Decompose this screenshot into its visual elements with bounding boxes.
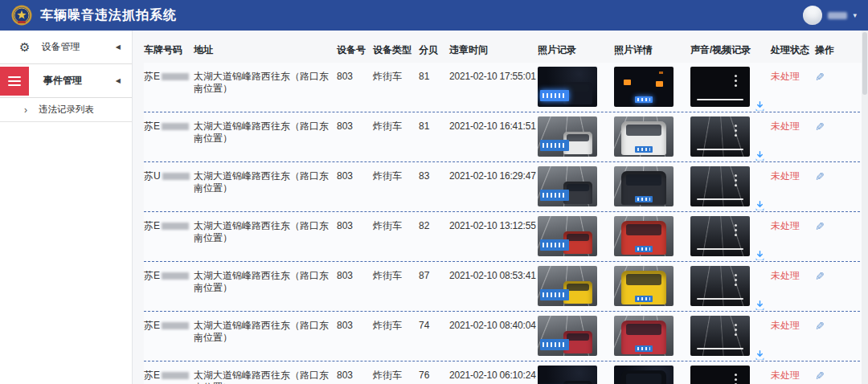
sidebar-item-label: 设备管理 — [41, 40, 80, 54]
video-progress-bar — [697, 198, 743, 201]
user-avatar[interactable] — [803, 6, 822, 25]
audio-video-cell — [690, 362, 771, 384]
violation-time-cell: 2021-02-10 13:12:55 — [449, 212, 538, 232]
photo-detail-cell — [614, 112, 690, 157]
audio-video-cell — [690, 262, 771, 306]
photo-record-thumbnail[interactable] — [538, 116, 597, 157]
violation-time-cell: 2021-02-10 16:41:51 — [449, 112, 538, 133]
plate-cell: 苏E — [144, 63, 194, 83]
col-header-photo-detail: 照片详情 — [614, 43, 690, 57]
photo-detail-cell — [614, 312, 690, 356]
decibel-cell: 87 — [419, 262, 449, 282]
plate-blurred — [162, 73, 189, 80]
sidebar-item-event-management[interactable]: 事件管理 ◀ — [0, 64, 132, 98]
chevron-down-icon[interactable]: ▾ — [853, 11, 857, 19]
license-plate-overlay — [635, 296, 653, 302]
license-plate-overlay — [635, 96, 653, 103]
violation-time-cell: 2021-02-10 16:29:47 — [449, 162, 538, 182]
car-shape — [563, 381, 592, 384]
device-type-cell: 炸街车 — [373, 162, 419, 182]
device-no-cell: 803 — [337, 212, 373, 232]
audio-video-cell — [690, 312, 771, 356]
photo-record-thumbnail[interactable] — [538, 266, 597, 306]
status-text: 未处理 — [771, 112, 815, 133]
download-icon[interactable] — [755, 251, 765, 261]
photo-detail-cell — [614, 63, 690, 107]
plate-blurred — [162, 223, 189, 230]
edit-icon[interactable]: ✎ — [815, 370, 825, 384]
photo-record-thumbnail[interactable] — [538, 366, 597, 384]
download-icon[interactable] — [755, 350, 765, 361]
sidebar-item-device-management[interactable]: ⚙ 设备管理 ◀ — [0, 31, 132, 64]
download-icon[interactable] — [755, 101, 765, 112]
photo-detail-thumbnail[interactable] — [614, 116, 674, 157]
video-thumbnail[interactable] — [690, 166, 750, 206]
video-thumbnail[interactable] — [690, 67, 750, 107]
download-icon[interactable] — [755, 300, 765, 311]
police-badge-logo — [11, 5, 32, 26]
table-row: 苏E 太湖大道锦峰路西往东（路口东南位置） 803 炸街车 76 2021-02… — [144, 362, 868, 384]
license-plate-overlay — [540, 90, 569, 101]
scrollbar-thumb[interactable] — [862, 32, 867, 95]
plate-cell: 苏E — [144, 262, 194, 282]
edit-icon[interactable]: ✎ — [815, 320, 825, 334]
photo-detail-cell — [614, 212, 690, 256]
photo-record-thumbnail[interactable] — [538, 316, 597, 356]
photo-record-thumbnail[interactable] — [538, 166, 597, 206]
edit-icon[interactable]: ✎ — [815, 71, 825, 85]
decibel-cell: 81 — [419, 63, 449, 83]
download-icon[interactable] — [755, 201, 765, 211]
kebab-menu-icon — [735, 374, 737, 376]
photo-detail-thumbnail[interactable] — [614, 67, 674, 107]
video-progress-bar — [697, 149, 743, 151]
vertical-scrollbar[interactable] — [862, 31, 868, 384]
plate-prefix: 苏E — [144, 320, 160, 332]
photo-detail-cell — [614, 162, 690, 206]
video-thumbnail[interactable] — [690, 116, 750, 157]
photo-detail-cell — [614, 362, 690, 384]
caret-left-icon: ◀ — [116, 43, 121, 51]
video-thumbnail[interactable] — [690, 216, 750, 256]
license-plate-overlay — [540, 239, 569, 251]
device-no-cell: 803 — [337, 262, 373, 282]
download-icon[interactable] — [755, 151, 765, 161]
edit-icon[interactable]: ✎ — [815, 170, 825, 185]
video-thumbnail[interactable] — [690, 366, 750, 384]
photo-record-thumbnail[interactable] — [538, 67, 597, 107]
device-type-cell: 炸街车 — [373, 362, 419, 382]
audio-video-cell — [690, 162, 771, 206]
sidebar-item-label: 事件管理 — [43, 74, 82, 88]
photo-detail-thumbnail[interactable] — [614, 366, 674, 384]
main-content: 车牌号码 地址 设备号 设备类型 分贝 违章时间 照片记录 照片详情 声音/视频… — [133, 31, 868, 384]
violation-time-cell: 2021-02-10 06:10:24 — [449, 362, 538, 382]
sidebar: ⚙ 设备管理 ◀ 事件管理 ◀ › 违法记录列表 — [0, 31, 133, 384]
photo-detail-thumbnail[interactable] — [614, 316, 674, 356]
photo-detail-thumbnail[interactable] — [614, 216, 674, 256]
video-thumbnail[interactable] — [690, 266, 750, 306]
edit-icon[interactable]: ✎ — [815, 121, 825, 135]
photo-record-cell — [538, 112, 614, 157]
sidebar-item-violation-record-list[interactable]: › 违法记录列表 — [0, 98, 132, 122]
plate-cell: 苏E — [144, 212, 194, 232]
col-header-plate: 车牌号码 — [144, 43, 194, 57]
photo-record-thumbnail[interactable] — [538, 216, 597, 256]
table-row: 苏E 太湖大道锦峰路西往东（路口东南位置） 803 炸街车 87 2021-02… — [144, 262, 868, 312]
audio-video-cell — [690, 63, 771, 107]
license-plate-overlay — [635, 196, 653, 202]
col-header-status: 处理状态 — [771, 43, 815, 57]
user-menu[interactable]: ▾ — [803, 6, 857, 25]
license-plate-overlay — [540, 190, 569, 201]
edit-icon[interactable]: ✎ — [815, 220, 825, 235]
photo-record-cell — [538, 262, 614, 306]
edit-icon[interactable]: ✎ — [815, 270, 825, 284]
video-thumbnail[interactable] — [690, 316, 750, 356]
photo-detail-cell — [614, 262, 690, 306]
photo-record-cell — [538, 362, 614, 384]
audio-video-cell — [690, 212, 771, 256]
photo-detail-thumbnail[interactable] — [614, 266, 674, 306]
plate-prefix: 苏E — [144, 121, 160, 133]
device-no-cell: 803 — [337, 112, 373, 133]
status-text: 未处理 — [771, 212, 815, 232]
photo-detail-thumbnail[interactable] — [614, 166, 674, 206]
table-row: 苏E 太湖大道锦峰路西往东（路口东南位置） 803 炸街车 74 2021-02… — [144, 312, 868, 362]
